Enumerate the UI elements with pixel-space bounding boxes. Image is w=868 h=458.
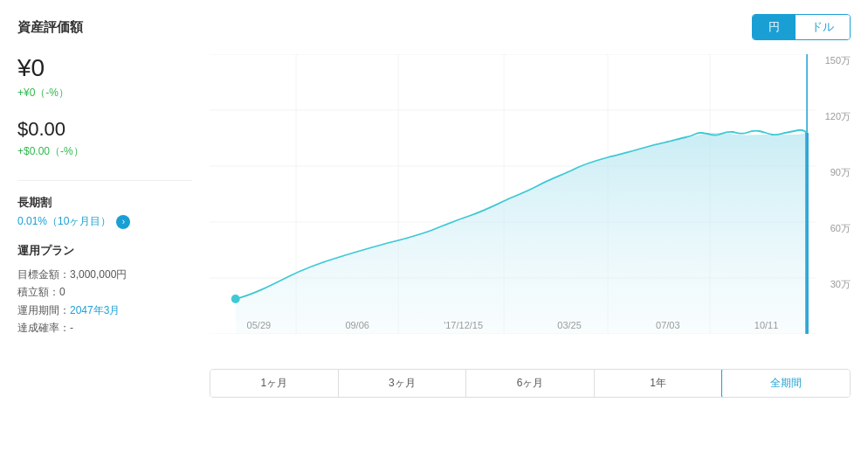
plan-section: 運用プラン 目標金額：3,000,000円 積立額：0 運用期間：2047年3月… bbox=[17, 243, 192, 337]
y-label-120: 120万 bbox=[825, 110, 851, 123]
time-btn-1year[interactable]: 1年 bbox=[595, 370, 723, 397]
chart-svg bbox=[210, 54, 816, 334]
y-label-60: 60万 bbox=[825, 222, 851, 235]
time-buttons: 1ヶ月 3ヶ月 6ヶ月 1年 全期間 bbox=[210, 369, 851, 398]
y-axis-labels: 150万 120万 90万 60万 30万 bbox=[825, 54, 851, 334]
y-label-90: 90万 bbox=[825, 166, 851, 179]
long-term-arrow-icon[interactable]: › bbox=[116, 215, 130, 229]
time-btn-6month[interactable]: 6ヶ月 bbox=[466, 370, 595, 397]
y-label-150: 150万 bbox=[825, 54, 851, 67]
main-container: 資産評価額 円 ドル ¥0 +¥0（-%） $0.00 +$0.00（-%） 長… bbox=[0, 0, 868, 458]
time-btn-3month[interactable]: 3ヶ月 bbox=[339, 370, 467, 397]
plan-label: 運用プラン bbox=[17, 243, 192, 259]
time-btn-all[interactable]: 全期間 bbox=[721, 369, 851, 398]
yen-change: +¥0（-%） bbox=[17, 86, 192, 101]
yen-value: ¥0 bbox=[17, 54, 192, 82]
long-term-value: 0.01%（10ヶ月目） › bbox=[17, 214, 192, 229]
svg-rect-13 bbox=[805, 133, 809, 334]
x-label-3: '17/12/15 bbox=[444, 320, 483, 330]
x-axis-labels: 05/29 09/06 '17/12/15 03/25 07/03 10/11 bbox=[210, 316, 816, 334]
currency-usd-button[interactable]: ドル bbox=[796, 15, 850, 39]
plan-achievement: 達成確率：- bbox=[17, 319, 192, 337]
y-label-30: 30万 bbox=[825, 278, 851, 291]
page-title: 資産評価額 bbox=[17, 19, 83, 36]
chart-wrapper: 150万 120万 90万 60万 30万 bbox=[210, 54, 851, 369]
plan-period: 運用期間：2047年3月 bbox=[17, 302, 192, 319]
currency-yen-button[interactable]: 円 bbox=[753, 15, 796, 39]
chart-panel: 150万 120万 90万 60万 30万 bbox=[210, 54, 851, 398]
currency-toggle: 円 ドル bbox=[752, 14, 851, 40]
plan-period-link[interactable]: 2047年3月 bbox=[70, 304, 120, 316]
long-term-label: 長期割 bbox=[17, 195, 192, 211]
main-content: ¥0 +¥0（-%） $0.00 +$0.00（-%） 長期割 0.01%（10… bbox=[17, 54, 851, 398]
header: 資産評価額 円 ドル bbox=[17, 14, 851, 40]
usd-value: $0.00 bbox=[17, 118, 192, 141]
plan-target: 目標金額：3,000,000円 bbox=[17, 266, 192, 283]
x-label-2: 09/06 bbox=[345, 320, 369, 330]
left-panel: ¥0 +¥0（-%） $0.00 +$0.00（-%） 長期割 0.01%（10… bbox=[17, 54, 210, 398]
x-label-6: 10/11 bbox=[754, 320, 779, 330]
usd-change: +$0.00（-%） bbox=[17, 144, 192, 159]
x-label-5: 07/03 bbox=[656, 320, 680, 330]
x-label-4: 03/25 bbox=[557, 320, 582, 330]
plan-details: 目標金額：3,000,000円 積立額：0 運用期間：2047年3月 達成確率：… bbox=[17, 266, 192, 337]
time-btn-1month[interactable]: 1ヶ月 bbox=[210, 370, 339, 397]
plan-accumulation: 積立額：0 bbox=[17, 283, 192, 301]
divider-1 bbox=[17, 180, 192, 181]
x-label-1: 05/29 bbox=[247, 320, 272, 330]
svg-point-12 bbox=[231, 295, 240, 303]
